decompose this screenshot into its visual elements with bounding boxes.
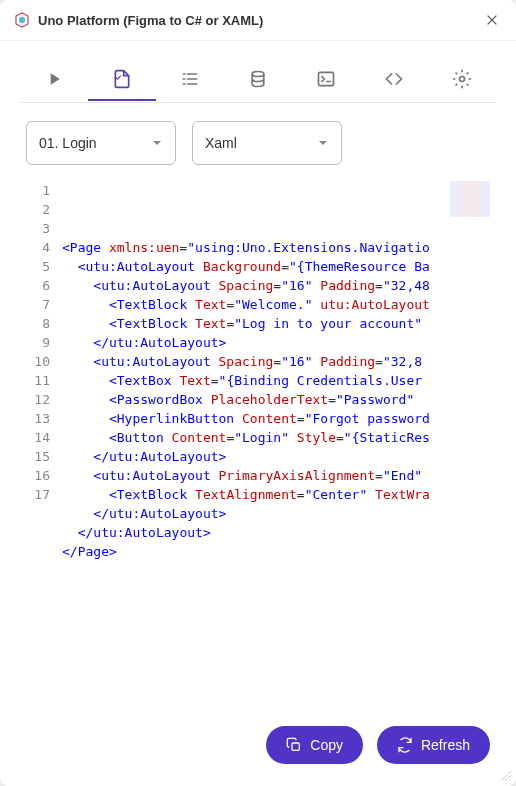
svg-point-2	[460, 77, 465, 82]
copy-button-label: Copy	[310, 737, 343, 753]
language-dropdown[interactable]: Xaml	[192, 121, 342, 165]
tabbar	[0, 41, 516, 102]
close-button[interactable]	[482, 10, 502, 30]
refresh-button-label: Refresh	[421, 737, 470, 753]
copy-button[interactable]: Copy	[266, 726, 363, 764]
page-dropdown-label: 01. Login	[39, 135, 151, 151]
page-dropdown[interactable]: 01. Login	[26, 121, 176, 165]
tab-code[interactable]	[360, 59, 428, 101]
copy-icon	[286, 737, 302, 753]
titlebar: Uno Platform (Figma to C# or XAML)	[0, 0, 516, 41]
footer: Copy Refresh	[0, 712, 516, 786]
tab-terminal[interactable]	[292, 59, 360, 101]
chevron-down-icon	[317, 137, 329, 149]
dropdown-row: 01. Login Xaml	[0, 103, 516, 177]
minimap[interactable]	[450, 181, 490, 217]
code-editor[interactable]: 1234567891011121314151617 <Page xmlns:ue…	[26, 177, 490, 700]
refresh-button[interactable]: Refresh	[377, 726, 490, 764]
window-title: Uno Platform (Figma to C# or XAML)	[38, 13, 482, 28]
svg-rect-3	[292, 743, 299, 750]
tab-list[interactable]	[156, 59, 224, 101]
plugin-window: Uno Platform (Figma to C# or XAML)	[0, 0, 516, 786]
tab-settings[interactable]	[428, 59, 496, 101]
tab-data[interactable]	[224, 59, 292, 101]
resize-handle[interactable]	[500, 770, 512, 782]
line-gutter: 1234567891011121314151617	[26, 177, 56, 700]
tab-export[interactable]	[88, 59, 156, 101]
svg-point-0	[252, 72, 264, 77]
tab-preview[interactable]	[20, 59, 88, 101]
code-content[interactable]: <Page xmlns:uen="using:Uno.Extensions.Na…	[56, 177, 490, 700]
language-dropdown-label: Xaml	[205, 135, 317, 151]
chevron-down-icon	[151, 137, 163, 149]
uno-logo-icon	[14, 12, 30, 28]
refresh-icon	[397, 737, 413, 753]
svg-rect-1	[319, 72, 334, 85]
